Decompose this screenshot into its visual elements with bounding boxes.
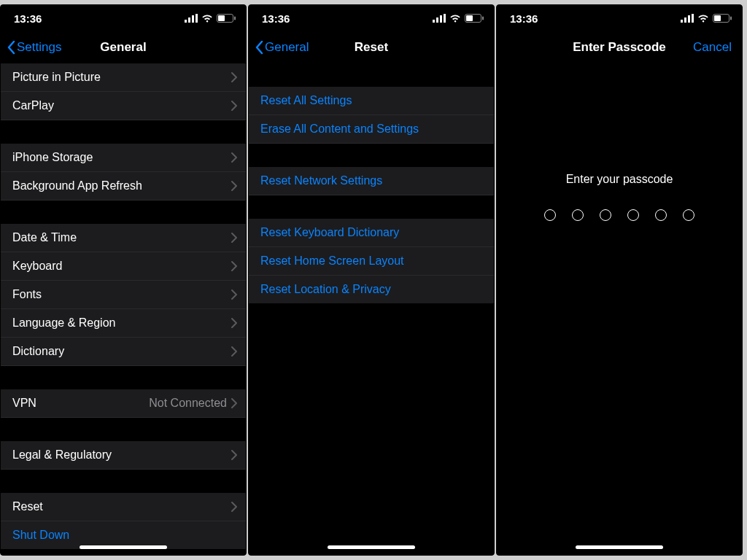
reset-list[interactable]: Reset All Settings Erase All Content and… <box>249 63 494 555</box>
svg-rect-1 <box>188 18 190 23</box>
row-label: Reset Home Screen Layout <box>260 254 485 268</box>
cellular-icon <box>681 14 694 23</box>
home-indicator[interactable] <box>328 545 415 549</box>
status-time: 13:36 <box>14 12 42 25</box>
status-time: 13:36 <box>262 12 290 25</box>
chevron-left-icon <box>255 40 263 55</box>
row-label: Legal & Regulatory <box>12 448 231 462</box>
back-label: General <box>265 40 309 55</box>
section-gap <box>1 366 246 389</box>
row-label: Language & Region <box>12 316 231 330</box>
row-label: Dictionary <box>12 345 231 358</box>
row-dictionary[interactable]: Dictionary <box>1 338 246 366</box>
chevron-right-icon <box>231 289 237 300</box>
passcode-body: Enter your passcode <box>497 63 742 555</box>
row-label: Reset Network Settings <box>260 174 485 187</box>
section-gap <box>249 195 494 219</box>
row-reset-network[interactable]: Reset Network Settings <box>249 167 494 195</box>
svg-rect-9 <box>440 15 442 23</box>
row-value: Not Connected <box>149 397 227 410</box>
section-gap <box>1 418 246 441</box>
phone-reset: 13:36 General Reset Reset All Settings E… <box>248 4 495 556</box>
back-label: Settings <box>17 40 61 55</box>
section-gap <box>249 144 494 167</box>
section-gap <box>1 120 246 144</box>
passcode-dot <box>627 209 639 221</box>
row-language-region[interactable]: Language & Region <box>1 309 246 338</box>
row-fonts[interactable]: Fonts <box>1 281 246 309</box>
status-icons <box>185 14 236 23</box>
status-icons <box>681 14 732 23</box>
row-label: Reset Location & Privacy <box>260 283 485 296</box>
status-bar: 13:36 <box>1 5 246 31</box>
row-background-app-refresh[interactable]: Background App Refresh <box>1 172 246 201</box>
nav-bar: Settings General <box>1 31 246 63</box>
svg-rect-8 <box>436 18 438 23</box>
chevron-right-icon <box>231 101 237 111</box>
nav-bar: Enter Passcode Cancel <box>497 31 742 63</box>
row-reset-home-screen[interactable]: Reset Home Screen Layout <box>249 247 494 276</box>
section-gap <box>249 63 494 87</box>
chevron-left-icon <box>7 40 15 55</box>
passcode-dot <box>544 209 556 221</box>
row-label: Date & Time <box>12 231 231 244</box>
svg-rect-3 <box>196 14 198 23</box>
general-list[interactable]: Picture in Picture CarPlay iPhone Storag… <box>1 63 246 555</box>
home-indicator[interactable] <box>80 545 167 549</box>
svg-rect-12 <box>466 15 473 21</box>
svg-rect-19 <box>714 15 721 21</box>
svg-rect-6 <box>234 17 236 20</box>
svg-rect-7 <box>433 20 435 23</box>
phone-passcode: 13:36 Enter Passcode Cancel Enter your p… <box>496 4 743 556</box>
svg-rect-2 <box>192 15 194 23</box>
row-reset-all-settings[interactable]: Reset All Settings <box>249 87 494 115</box>
back-button[interactable]: General <box>249 40 309 55</box>
row-label: iPhone Storage <box>12 151 231 164</box>
row-label: Shut Down <box>12 529 237 542</box>
row-label: Fonts <box>12 288 231 301</box>
row-picture-in-picture[interactable]: Picture in Picture <box>1 63 246 92</box>
row-reset-location-privacy[interactable]: Reset Location & Privacy <box>249 276 494 303</box>
row-label: Keyboard <box>12 260 231 273</box>
cellular-icon <box>185 14 198 23</box>
passcode-dot <box>655 209 667 221</box>
row-label: Background App Refresh <box>12 179 231 192</box>
row-reset-keyboard-dictionary[interactable]: Reset Keyboard Dictionary <box>249 219 494 247</box>
row-label: Reset <box>12 500 231 513</box>
row-keyboard[interactable]: Keyboard <box>1 252 246 281</box>
row-iphone-storage[interactable]: iPhone Storage <box>1 144 246 172</box>
row-vpn[interactable]: VPN Not Connected <box>1 389 246 418</box>
passcode-dot <box>683 209 694 221</box>
svg-rect-10 <box>444 14 446 23</box>
back-button[interactable]: Settings <box>1 40 61 55</box>
row-legal[interactable]: Legal & Regulatory <box>1 441 246 470</box>
passcode-hint: Enter your passcode <box>566 173 673 186</box>
cancel-button[interactable]: Cancel <box>693 40 732 55</box>
home-indicator[interactable] <box>576 545 663 549</box>
status-icons <box>433 14 484 23</box>
row-reset[interactable]: Reset <box>1 493 246 521</box>
status-bar: 13:36 <box>497 5 742 31</box>
screenshot-canvas: 13:36 Settings General Picture in Pictur… <box>0 0 747 560</box>
chevron-right-icon <box>231 261 237 271</box>
passcode-dots[interactable] <box>544 209 694 221</box>
row-label: CarPlay <box>12 99 231 112</box>
row-erase-all-content[interactable]: Erase All Content and Settings <box>249 115 494 144</box>
chevron-right-icon <box>231 72 237 82</box>
row-label: Erase All Content and Settings <box>260 122 485 136</box>
svg-rect-16 <box>688 15 690 23</box>
passcode-dot <box>600 209 611 221</box>
chevron-right-icon <box>231 233 237 243</box>
nav-bar: General Reset <box>249 31 494 63</box>
cellular-icon <box>433 14 446 23</box>
battery-icon <box>217 14 236 23</box>
svg-rect-0 <box>185 20 187 23</box>
row-date-time[interactable]: Date & Time <box>1 224 246 252</box>
battery-icon <box>465 14 484 23</box>
section-gap <box>1 470 246 493</box>
chevron-right-icon <box>231 398 237 408</box>
row-label: Reset All Settings <box>260 94 485 107</box>
chevron-right-icon <box>231 152 237 163</box>
row-carplay[interactable]: CarPlay <box>1 92 246 120</box>
chevron-right-icon <box>231 181 237 191</box>
